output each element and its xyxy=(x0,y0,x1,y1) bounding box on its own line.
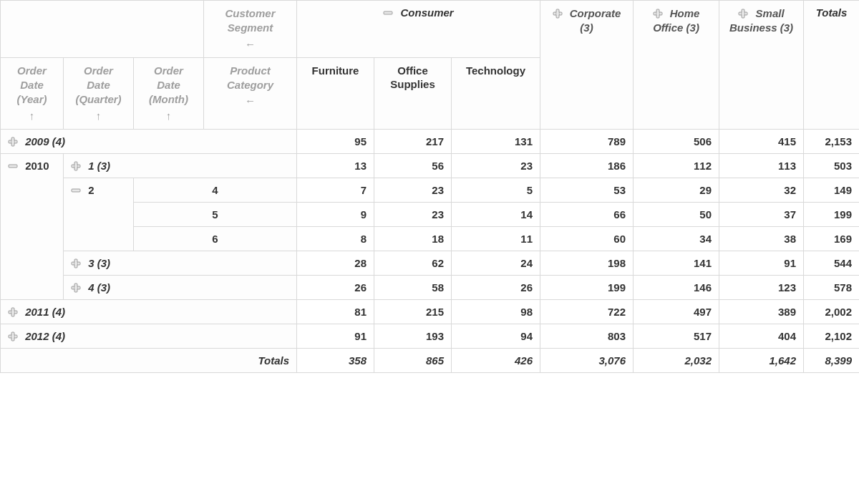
cell: 506 xyxy=(634,129,719,153)
cell: 53 xyxy=(540,178,634,202)
pivot-table: Customer Segment ← Consumer Corporate (3… xyxy=(0,0,859,373)
cell: 95 xyxy=(297,129,374,153)
cell: 26 xyxy=(452,275,540,299)
quarter-3-cell[interactable]: 3 (3) xyxy=(64,251,297,275)
month-5-cell[interactable]: 5 xyxy=(134,202,297,226)
cell: 426 xyxy=(452,348,540,372)
plus-icon[interactable] xyxy=(653,9,663,19)
row-2010-q1: 2010 1 (3) 13 56 23 186 112 113 503 xyxy=(1,153,860,178)
up-arrow-icon: ↑ xyxy=(8,109,56,123)
cell: 8 xyxy=(297,226,374,251)
month-4-cell[interactable]: 4 xyxy=(134,178,297,202)
cell: 865 xyxy=(374,348,452,372)
cell: 9 xyxy=(297,202,374,226)
category-office-supplies-header[interactable]: Office Supplies xyxy=(374,57,452,129)
segment-consumer-label: Consumer xyxy=(401,6,454,19)
cell: 186 xyxy=(540,153,634,178)
order-month-header[interactable]: Order Date (Month) ↑ xyxy=(134,57,204,129)
cell: 50 xyxy=(634,202,719,226)
cell: 497 xyxy=(634,299,719,324)
cell: 29 xyxy=(634,178,719,202)
cell: 141 xyxy=(634,251,719,275)
cell: 23 xyxy=(374,178,452,202)
left-arrow-icon: ← xyxy=(211,37,289,52)
cell: 217 xyxy=(374,129,452,153)
cell: 98 xyxy=(452,299,540,324)
cell: 24 xyxy=(452,251,540,275)
category-technology-header[interactable]: Technology xyxy=(452,57,540,129)
plus-icon[interactable] xyxy=(71,161,81,171)
left-arrow-icon: ← xyxy=(211,94,289,108)
month-6-cell[interactable]: 6 xyxy=(134,226,297,251)
cell: 123 xyxy=(719,275,804,299)
cell: 131 xyxy=(452,129,540,153)
totals-row-label: Totals xyxy=(1,348,297,372)
cell: 56 xyxy=(374,153,452,178)
plus-icon[interactable] xyxy=(8,137,18,147)
row-2011: 2011 (4) 81 215 98 722 497 389 2,002 xyxy=(1,299,860,324)
cell: 193 xyxy=(374,324,452,348)
cell: 81 xyxy=(297,299,374,324)
cell: 722 xyxy=(540,299,634,324)
year-2012-cell[interactable]: 2012 (4) xyxy=(1,324,297,348)
customer-segment-label: Customer Segment xyxy=(225,7,275,34)
plus-icon[interactable] xyxy=(738,9,748,19)
segment-home-office-header[interactable]: Home Office (3) xyxy=(634,1,719,130)
up-arrow-icon: ↑ xyxy=(71,109,126,123)
plus-icon[interactable] xyxy=(8,331,18,341)
customer-segment-header[interactable]: Customer Segment ← xyxy=(204,1,297,58)
row-2010-q3: 3 (3) 28 62 24 198 141 91 544 xyxy=(1,251,860,275)
cell: 23 xyxy=(374,202,452,226)
year-2010-cell[interactable]: 2010 xyxy=(1,153,64,299)
plus-icon[interactable] xyxy=(71,283,81,293)
cell: 389 xyxy=(719,299,804,324)
cell: 215 xyxy=(374,299,452,324)
cell: 38 xyxy=(719,226,804,251)
cell: 32 xyxy=(719,178,804,202)
product-category-header[interactable]: Product Category ← xyxy=(204,57,297,129)
segment-corporate-header[interactable]: Corporate (3) xyxy=(540,1,634,130)
cell: 149 xyxy=(804,178,859,202)
segment-small-business-header[interactable]: Small Business (3) xyxy=(719,1,804,130)
cell: 94 xyxy=(452,324,540,348)
cell: 517 xyxy=(634,324,719,348)
top-left-blank xyxy=(1,1,204,58)
quarter-1-cell[interactable]: 1 (3) xyxy=(64,153,297,178)
segment-corporate-label: Corporate (3) xyxy=(570,7,621,34)
row-2009: 2009 (4) 95 217 131 789 506 415 2,153 xyxy=(1,129,860,153)
cell: 113 xyxy=(719,153,804,178)
order-year-header[interactable]: Order Date (Year) ↑ xyxy=(1,57,64,129)
cell: 23 xyxy=(452,153,540,178)
cell: 13 xyxy=(297,153,374,178)
plus-icon[interactable] xyxy=(553,9,563,19)
up-arrow-icon: ↑ xyxy=(141,109,196,123)
cell: 91 xyxy=(719,251,804,275)
year-2011-cell[interactable]: 2011 (4) xyxy=(1,299,297,324)
cell: 8,399 xyxy=(804,348,859,372)
minus-icon[interactable] xyxy=(71,185,81,195)
category-furniture-header[interactable]: Furniture xyxy=(297,57,374,129)
cell: 544 xyxy=(804,251,859,275)
minus-icon[interactable] xyxy=(383,8,393,18)
cell: 66 xyxy=(540,202,634,226)
plus-icon[interactable] xyxy=(71,258,81,268)
quarter-2-cell[interactable]: 2 xyxy=(64,178,134,251)
totals-column-header: Totals xyxy=(804,1,859,130)
cell: 11 xyxy=(452,226,540,251)
row-totals: Totals 358 865 426 3,076 2,032 1,642 8,3… xyxy=(1,348,860,372)
segment-consumer-header[interactable]: Consumer xyxy=(297,1,540,58)
cell: 1,642 xyxy=(719,348,804,372)
cell: 3,076 xyxy=(540,348,634,372)
cell: 91 xyxy=(297,324,374,348)
cell: 26 xyxy=(297,275,374,299)
cell: 578 xyxy=(804,275,859,299)
cell: 199 xyxy=(540,275,634,299)
order-quarter-header[interactable]: Order Date (Quarter) ↑ xyxy=(64,57,134,129)
cell: 415 xyxy=(719,129,804,153)
quarter-4-cell[interactable]: 4 (3) xyxy=(64,275,297,299)
row-2010-q2-m4: 2 4 7 23 5 53 29 32 149 xyxy=(1,178,860,202)
year-2009-cell[interactable]: 2009 (4) xyxy=(1,129,297,153)
minus-icon[interactable] xyxy=(8,161,18,171)
cell: 18 xyxy=(374,226,452,251)
plus-icon[interactable] xyxy=(8,307,18,317)
